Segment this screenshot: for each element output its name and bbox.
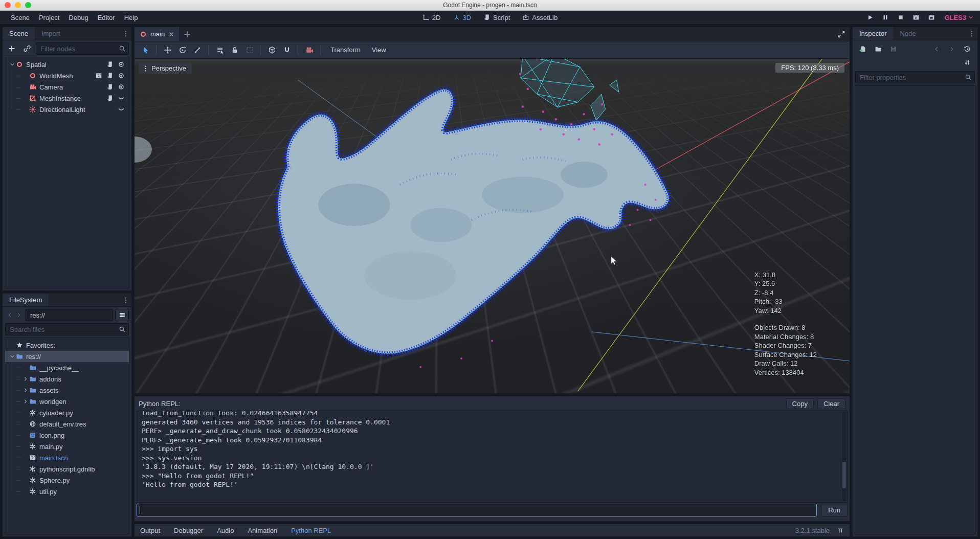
- file-item-res[interactable]: res://: [5, 351, 129, 362]
- search-files-input[interactable]: [5, 323, 129, 335]
- mode-tab-2d[interactable]: 2D: [418, 11, 446, 24]
- plus-button[interactable]: [5, 42, 18, 55]
- rotate-tool[interactable]: [175, 43, 189, 57]
- scale-tool[interactable]: [190, 43, 204, 57]
- viewport-menu-view[interactable]: View: [366, 46, 392, 54]
- bottom-tab-animation[interactable]: Animation: [248, 527, 277, 534]
- close-window-button[interactable]: [5, 2, 11, 8]
- fullscreen-icon[interactable]: [837, 30, 845, 38]
- chev-left-button[interactable]: [930, 43, 943, 55]
- file-item-main-tscn[interactable]: main.tscn: [5, 452, 129, 463]
- repl-input[interactable]: [137, 504, 816, 516]
- expander-right-icon[interactable]: [23, 398, 29, 405]
- file-item-sphere-py[interactable]: Sphere.py: [5, 475, 129, 486]
- expander-down-icon[interactable]: [9, 61, 16, 68]
- zoom-window-button[interactable]: [25, 2, 31, 8]
- list-select-tool[interactable]: [213, 43, 227, 57]
- chev-right-button[interactable]: [945, 43, 959, 55]
- file-item-icon-png[interactable]: icon.png: [5, 430, 129, 441]
- renderer-dropdown[interactable]: GLES3: [944, 14, 974, 21]
- group-tool[interactable]: [242, 43, 256, 57]
- clear-button[interactable]: Clear: [817, 398, 845, 409]
- script-badge[interactable]: [106, 94, 114, 102]
- copy-button[interactable]: Copy: [786, 398, 814, 409]
- bottom-tab-output[interactable]: Output: [140, 527, 160, 534]
- menu-scene[interactable]: Scene: [6, 11, 34, 24]
- eye-open-badge[interactable]: [117, 60, 125, 69]
- menu-editor[interactable]: Editor: [93, 11, 120, 24]
- bottom-tab-python-repl[interactable]: Python REPL: [291, 527, 331, 534]
- eye-closed-badge[interactable]: [117, 94, 125, 102]
- viewport-menu-transform[interactable]: Transform: [325, 46, 366, 54]
- dots-menu-icon[interactable]: [966, 30, 977, 37]
- local-space-tool[interactable]: [280, 43, 294, 57]
- inspector-tab-node[interactable]: Node: [893, 27, 922, 40]
- repl-scrollbar[interactable]: [842, 412, 846, 501]
- scene-node-meshinstance[interactable]: MeshInstance: [5, 93, 129, 104]
- new-scene-tab-button[interactable]: [180, 27, 194, 41]
- script-badge[interactable]: [106, 72, 114, 80]
- scene-tab-main[interactable]: main: [135, 27, 180, 41]
- scene-dock-tab-import[interactable]: Import: [35, 27, 67, 40]
- menu-help[interactable]: Help: [120, 11, 143, 24]
- play-scene-button[interactable]: [909, 11, 923, 24]
- menu-debug[interactable]: Debug: [64, 11, 93, 24]
- viewport-3d[interactable]: Perspective FPS: 120 (8.33 ms) X: 31.8Y:…: [135, 59, 850, 393]
- select-tool[interactable]: [138, 43, 152, 57]
- movie-badge[interactable]: [95, 72, 103, 80]
- close-icon[interactable]: [168, 31, 174, 37]
- lock-tool[interactable]: [228, 43, 241, 57]
- mode-tab-3d[interactable]: 3D: [448, 11, 476, 24]
- perspective-menu-button[interactable]: Perspective: [139, 63, 192, 74]
- file-item-addons[interactable]: addons: [5, 373, 129, 385]
- file-item-pycache[interactable]: __pycache__: [5, 362, 129, 373]
- file-item-worldgen[interactable]: worldgen: [5, 396, 129, 407]
- file-item-cyloader-py[interactable]: cyloader.py: [5, 407, 129, 418]
- eye-closed-badge[interactable]: [117, 105, 125, 114]
- expander-right-icon[interactable]: [23, 376, 29, 382]
- file-item-default-env-tres[interactable]: default_env.tres: [5, 418, 129, 430]
- minimize-window-button[interactable]: [15, 2, 21, 8]
- file-item-assets[interactable]: assets: [5, 385, 129, 396]
- play-custom-scene-button[interactable]: [925, 11, 938, 24]
- play-button[interactable]: [863, 11, 877, 24]
- folder-open-button[interactable]: [872, 43, 885, 55]
- new-resource-button[interactable]: [856, 43, 870, 55]
- scene-node-directionallight[interactable]: DirectionalLight: [5, 104, 129, 115]
- scene-dock-tab-scene[interactable]: Scene: [3, 27, 35, 40]
- scene-node-spatial[interactable]: Spatial: [5, 59, 129, 70]
- resource-path-input[interactable]: [26, 309, 113, 321]
- snap-tool[interactable]: [265, 43, 279, 57]
- script-badge[interactable]: [106, 83, 114, 91]
- history-button[interactable]: [961, 43, 974, 55]
- dots-menu-icon[interactable]: [120, 297, 131, 304]
- inspector-tab-inspector[interactable]: Inspector: [853, 27, 893, 40]
- dots-menu-icon[interactable]: [120, 30, 131, 37]
- mode-tab-script[interactable]: Script: [479, 11, 515, 24]
- save-button[interactable]: [887, 43, 900, 55]
- filter-properties-input[interactable]: [855, 71, 975, 83]
- pause-button[interactable]: [879, 11, 892, 24]
- bottom-tab-debugger[interactable]: Debugger: [174, 527, 203, 534]
- menu-project[interactable]: Project: [34, 11, 64, 24]
- eye-open-badge[interactable]: [117, 83, 125, 91]
- filesystem-split-mode-button[interactable]: [115, 309, 129, 321]
- filesystem-tab-filesystem[interactable]: FileSystem: [3, 294, 49, 306]
- tools-button[interactable]: [961, 56, 974, 69]
- expander-right-icon[interactable]: [23, 387, 29, 393]
- scene-node-camera[interactable]: Camera: [5, 81, 129, 93]
- stop-button[interactable]: [894, 11, 907, 24]
- file-item-util-py[interactable]: util.py: [5, 486, 129, 497]
- mode-tab-assetlib[interactable]: AssetLib: [518, 11, 562, 24]
- script-badge[interactable]: [106, 60, 114, 69]
- bottom-tab-audio[interactable]: Audio: [217, 527, 234, 534]
- expander-down-icon[interactable]: [9, 353, 16, 360]
- file-item-favorites[interactable]: Favorites:: [5, 340, 129, 351]
- filter-nodes-input[interactable]: [36, 42, 129, 55]
- chev-right-button[interactable]: [14, 309, 24, 321]
- file-item-pythonscript-gdnlib[interactable]: pythonscript.gdnlib: [5, 463, 129, 475]
- chev-left-button[interactable]: [5, 309, 14, 321]
- move-tool[interactable]: [161, 43, 174, 57]
- camera-preview-tool[interactable]: [302, 43, 316, 57]
- run-button[interactable]: Run: [821, 504, 848, 516]
